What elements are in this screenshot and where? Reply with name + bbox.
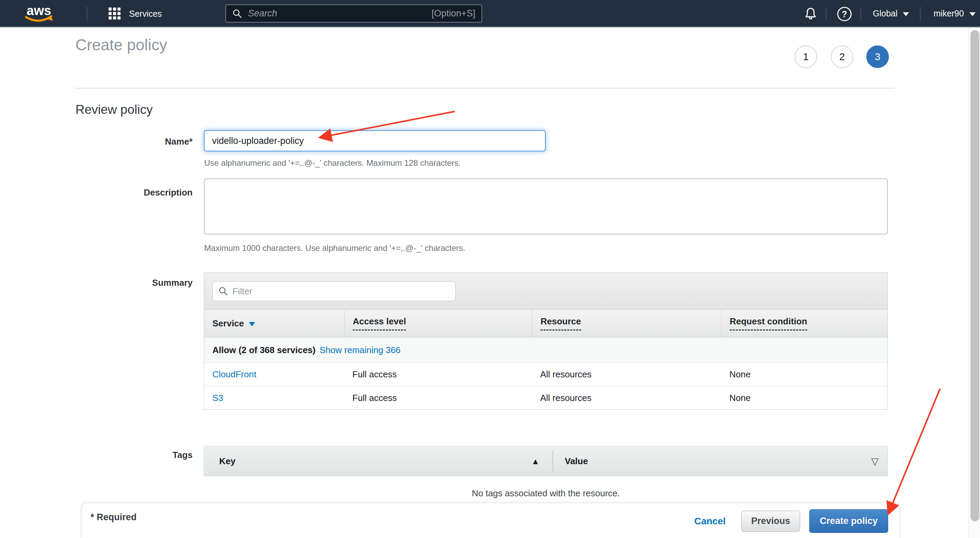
service-link[interactable]: CloudFront bbox=[212, 369, 256, 380]
policy-name-input[interactable] bbox=[204, 130, 546, 152]
annotation-arrow-create-button bbox=[888, 389, 940, 513]
column-header-request-condition[interactable]: Request condition bbox=[721, 310, 888, 337]
value-header-label: Value bbox=[565, 456, 588, 466]
grid-icon bbox=[108, 7, 122, 21]
column-label: Resource bbox=[541, 316, 581, 330]
section-title: Review policy bbox=[75, 102, 153, 117]
help-icon[interactable]: ? bbox=[837, 7, 852, 21]
access-level-cell: Full access bbox=[344, 386, 532, 409]
nav-search-box[interactable]: [Option+S] bbox=[225, 5, 482, 22]
wizard-step-3-active[interactable]: 3 bbox=[866, 45, 889, 68]
description-textarea[interactable] bbox=[204, 179, 888, 235]
filter-box[interactable] bbox=[212, 281, 455, 301]
nav-search-input[interactable] bbox=[248, 8, 427, 19]
name-helper-text: Use alphanumeric and '+=,.@-_' character… bbox=[204, 158, 461, 168]
sort-desc-icon[interactable] bbox=[249, 322, 255, 326]
create-policy-page: aws Services [Option+S] bbox=[0, 0, 980, 538]
column-label: Request condition bbox=[730, 316, 807, 330]
key-header-label: Key bbox=[219, 456, 235, 466]
description-helper-text: Maximum 1000 characters. Use alphanumeri… bbox=[204, 243, 465, 253]
column-header-resource[interactable]: Resource bbox=[532, 310, 721, 337]
request-condition-cell: None bbox=[721, 386, 888, 409]
search-icon bbox=[218, 286, 228, 296]
summary-label: Summary bbox=[75, 278, 192, 288]
allow-group-row: Allow (2 of 368 services) Show remaining… bbox=[204, 337, 888, 363]
wizard-step-2[interactable]: 2 bbox=[831, 45, 853, 68]
top-nav: aws Services [Option+S] bbox=[0, 0, 980, 27]
create-policy-button[interactable]: Create policy bbox=[809, 509, 888, 533]
tags-value-column-header[interactable]: Value bbox=[553, 446, 888, 476]
tags-key-column-header[interactable]: Key bbox=[204, 446, 552, 476]
service-link[interactable]: S3 bbox=[212, 393, 223, 403]
column-label: Access level bbox=[353, 316, 406, 330]
services-menu[interactable]: Services bbox=[108, 7, 162, 21]
table-row: S3 Full access All resources None bbox=[204, 386, 888, 409]
column-header-access-level[interactable]: Access level bbox=[344, 310, 532, 337]
nav-divider bbox=[861, 7, 861, 21]
region-label: Global bbox=[873, 8, 897, 18]
help-glyph: ? bbox=[842, 9, 847, 19]
dropdown-triangle-icon[interactable] bbox=[871, 456, 878, 467]
scrollbar-track[interactable] bbox=[968, 29, 980, 538]
scrollbar-thumb[interactable] bbox=[970, 30, 979, 521]
user-label: miker90 bbox=[934, 8, 964, 18]
table-row: CloudFront Full access All resources Non… bbox=[204, 363, 888, 386]
allow-group-text: Allow (2 of 368 services) bbox=[212, 345, 315, 356]
nav-divider bbox=[920, 7, 921, 21]
previous-button[interactable]: Previous bbox=[741, 511, 800, 532]
resource-cell: All resources bbox=[532, 363, 721, 386]
aws-logo-text: aws bbox=[27, 3, 51, 18]
services-label: Services bbox=[129, 9, 162, 19]
header-divider bbox=[75, 88, 895, 89]
summary-table-header: Service Access level Resource Request co… bbox=[204, 310, 888, 337]
user-menu[interactable]: miker90 bbox=[934, 8, 975, 18]
search-shortcut-hint: [Option+S] bbox=[432, 8, 475, 19]
notifications-bell-icon[interactable] bbox=[803, 6, 818, 22]
sort-asc-icon[interactable] bbox=[531, 456, 539, 466]
region-selector[interactable]: Global bbox=[873, 8, 909, 18]
summary-toolbar bbox=[204, 273, 888, 310]
tags-label: Tags bbox=[75, 450, 192, 460]
chevron-down-icon bbox=[903, 12, 909, 16]
tags-table-header: Key Value bbox=[204, 446, 888, 476]
page-title: Create policy bbox=[75, 35, 167, 54]
footer-actions: Cancel Previous Create policy bbox=[694, 509, 888, 533]
required-note: * Required bbox=[91, 512, 137, 523]
nav-divider bbox=[87, 7, 88, 21]
description-label: Description bbox=[75, 187, 192, 198]
tags-empty-message: No tags associated with the resource. bbox=[204, 488, 888, 499]
search-icon bbox=[232, 8, 242, 19]
cancel-button[interactable]: Cancel bbox=[694, 516, 725, 527]
summary-table-panel: Service Access level Resource Request co… bbox=[204, 272, 888, 410]
resource-cell: All resources bbox=[532, 386, 721, 409]
request-condition-cell: None bbox=[721, 363, 888, 386]
name-label: Name* bbox=[75, 136, 192, 147]
aws-logo[interactable]: aws bbox=[19, 3, 60, 25]
filter-input[interactable] bbox=[232, 286, 450, 297]
chevron-down-icon bbox=[969, 12, 975, 16]
column-header-service[interactable]: Service bbox=[204, 310, 344, 337]
wizard-step-1[interactable]: 1 bbox=[795, 45, 817, 68]
access-level-cell: Full access bbox=[344, 363, 532, 386]
footer-bar: * Required Cancel Previous Create policy bbox=[81, 503, 900, 538]
column-label: Service bbox=[212, 318, 244, 329]
show-remaining-link[interactable]: Show remaining 366 bbox=[320, 345, 401, 356]
nav-divider bbox=[826, 7, 826, 21]
